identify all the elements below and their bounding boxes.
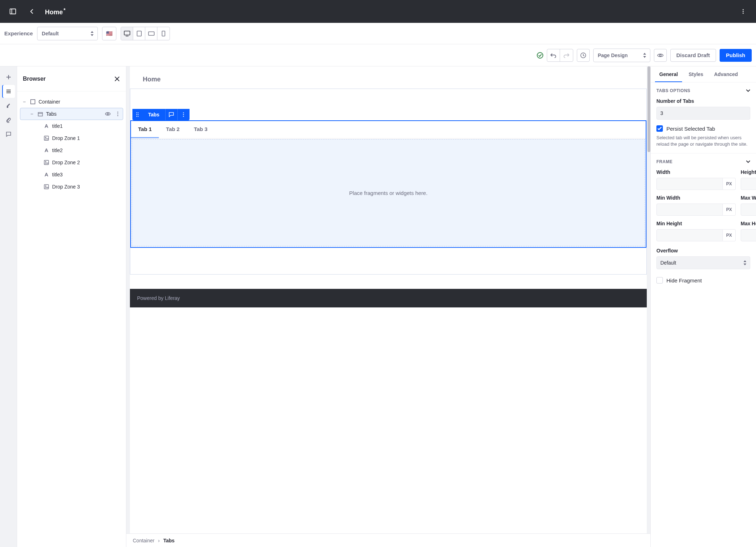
frame-header[interactable]: FRAME [656, 159, 750, 164]
min-height-input[interactable] [656, 229, 723, 241]
locale-button[interactable]: 🇺🇸 [102, 27, 116, 40]
min-width-unit[interactable]: PX [723, 204, 736, 216]
svg-point-42 [138, 116, 138, 117]
svg-rect-0 [10, 9, 16, 14]
undo-redo-group [547, 49, 573, 62]
experience-label: Experience [4, 30, 33, 36]
svg-point-3 [743, 11, 744, 12]
num-tabs-input[interactable] [656, 107, 750, 120]
experience-bar: Experience Default 🇺🇸 [0, 23, 756, 44]
tree-item-dz3[interactable]: Drop Zone 3 [20, 181, 123, 193]
container-fragment[interactable]: Tabs Tab 1 Tab 2 Tab 3 Place fr [130, 89, 647, 275]
height-input[interactable] [741, 178, 756, 190]
tab-advanced[interactable]: Advanced [710, 66, 742, 82]
topbar: Home* [0, 0, 756, 23]
device-tablet-button[interactable] [133, 27, 145, 40]
history-button[interactable] [577, 49, 590, 62]
svg-rect-10 [148, 32, 154, 35]
svg-point-32 [45, 137, 46, 138]
tab-2[interactable]: Tab 2 [159, 121, 187, 138]
discard-draft-button[interactable]: Discard Draft [670, 49, 716, 62]
edit-mode-select[interactable]: Page Design [593, 49, 650, 62]
svg-marker-6 [91, 34, 94, 36]
text-icon [44, 148, 49, 153]
experience-select[interactable]: Default [37, 27, 98, 40]
text-icon [44, 172, 49, 177]
min-width-input[interactable] [656, 204, 723, 216]
dropzone-icon [44, 160, 49, 165]
tabs-fragment[interactable]: Tab 1 Tab 2 Tab 3 Place fragments or wid… [130, 120, 646, 248]
scrollbar[interactable] [647, 66, 650, 152]
chevron-down-icon [746, 89, 750, 92]
tab-dropzone[interactable]: Place fragments or widgets here. [132, 139, 645, 246]
svg-rect-25 [38, 112, 42, 116]
device-landscape-button[interactable] [145, 27, 157, 40]
square-icon [30, 99, 36, 104]
svg-point-4 [743, 13, 744, 14]
tab-general[interactable]: General [655, 66, 682, 82]
page-header: Home [130, 69, 647, 83]
canvas-page: Home Tabs T [130, 66, 647, 547]
tree-item-dz1[interactable]: Drop Zone 1 [20, 132, 123, 144]
fragment-comment-button[interactable] [165, 109, 177, 120]
rail-add-button[interactable] [2, 71, 15, 84]
rail-comments-button[interactable] [2, 128, 15, 141]
svg-point-44 [183, 114, 184, 115]
more-menu-icon[interactable] [737, 5, 750, 18]
svg-marker-46 [744, 260, 746, 262]
tree-item-container[interactable]: − Container [20, 96, 123, 108]
svg-point-28 [117, 112, 119, 113]
tree-item-title2[interactable]: title2 [20, 144, 123, 156]
canvas[interactable]: Home Tabs T [126, 66, 650, 547]
eye-icon[interactable] [105, 112, 111, 116]
back-icon[interactable] [26, 5, 39, 18]
max-width-input[interactable] [741, 204, 756, 216]
undo-button[interactable] [547, 49, 560, 61]
tab-1[interactable]: Tab 1 [131, 121, 159, 138]
tree-item-menu-icon[interactable] [116, 111, 120, 116]
sidebar-toggle-icon[interactable] [6, 5, 19, 18]
tabs-options-header[interactable]: TABS OPTIONS [656, 88, 750, 93]
min-height-unit[interactable]: PX [723, 229, 736, 241]
rail-design-button[interactable] [2, 99, 15, 112]
rail-attachment-button[interactable] [2, 114, 15, 126]
tree-item-title3[interactable]: title3 [20, 169, 123, 181]
publish-button[interactable]: Publish [720, 49, 752, 62]
height-label: Height [741, 169, 756, 175]
max-height-label: Max Height [741, 221, 756, 226]
tree-item-title1[interactable]: title1 [20, 120, 123, 132]
width-unit[interactable]: PX [723, 178, 736, 190]
max-width-label: Max Width [741, 195, 756, 201]
preview-button[interactable] [654, 49, 667, 62]
fragment-label: Tabs [142, 112, 165, 117]
browser-panel: Browser − Container − Tabs title1 [17, 66, 126, 547]
us-flag-icon: 🇺🇸 [106, 30, 113, 37]
svg-point-38 [138, 112, 138, 113]
drag-handle-icon[interactable] [132, 112, 142, 117]
tree-item-tabs[interactable]: − Tabs [20, 108, 123, 120]
persist-checkbox[interactable] [656, 125, 663, 132]
page-title: Home* [45, 7, 65, 16]
svg-rect-31 [44, 136, 49, 140]
chevron-down-icon [746, 160, 750, 163]
svg-marker-15 [643, 56, 646, 58]
rail-browser-button[interactable] [2, 85, 15, 98]
max-height-input[interactable] [741, 229, 756, 241]
width-input[interactable] [656, 178, 723, 190]
min-width-label: Min Width [656, 195, 736, 201]
fragment-menu-button[interactable] [177, 109, 190, 120]
breadcrumb-separator: › [158, 538, 160, 543]
tree-item-dz2[interactable]: Drop Zone 2 [20, 156, 123, 169]
hide-fragment-checkbox[interactable] [656, 277, 663, 283]
breadcrumb-container[interactable]: Container [133, 538, 155, 543]
min-height-label: Min Height [656, 221, 736, 226]
close-browser-button[interactable] [114, 76, 120, 82]
tab-3[interactable]: Tab 3 [187, 121, 215, 138]
device-desktop-button[interactable] [121, 27, 133, 40]
redo-button[interactable] [560, 49, 573, 61]
overflow-select[interactable] [656, 256, 750, 269]
width-label: Width [656, 169, 736, 175]
tab-styles[interactable]: Styles [684, 66, 707, 82]
device-phone-button[interactable] [157, 27, 170, 40]
svg-rect-7 [124, 31, 130, 35]
